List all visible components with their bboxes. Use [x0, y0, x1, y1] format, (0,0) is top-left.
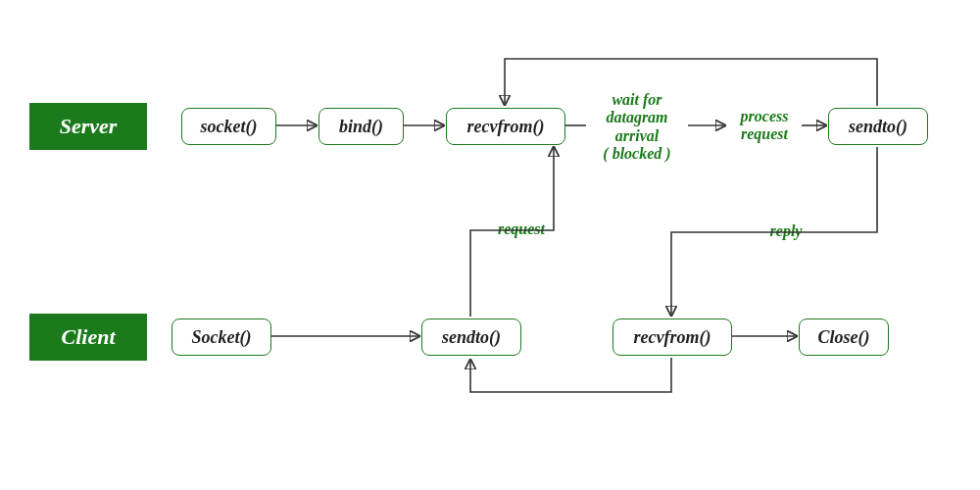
client-sendto-node: sendto() — [421, 318, 521, 356]
diagram-canvas: Server Client socket() bind() recvfrom()… — [0, 0, 980, 490]
arrow-client-loop — [470, 358, 671, 392]
server-socket-node: socket() — [181, 108, 276, 145]
client-recvfrom-node: recvfrom() — [612, 318, 732, 356]
client-role-label: Client — [29, 314, 147, 361]
arrow-sendto-loop-to-recvfrom — [505, 59, 877, 106]
client-close-node: Close() — [799, 318, 889, 356]
arrows-layer: up into server recvfrom bottom area --> … — [0, 0, 980, 490]
server-role-label: Server — [29, 103, 147, 150]
server-bind-node: bind() — [318, 108, 404, 145]
process-label: process request — [725, 108, 804, 144]
server-recvfrom-node: recvfrom() — [446, 108, 565, 145]
reply-label: reply — [757, 222, 815, 240]
client-socket-node: Socket() — [172, 318, 271, 356]
wait-label: wait for datagram arrival ( blocked ) — [583, 91, 691, 164]
request-label: request — [482, 220, 561, 238]
server-sendto-node: sendto() — [828, 108, 928, 145]
